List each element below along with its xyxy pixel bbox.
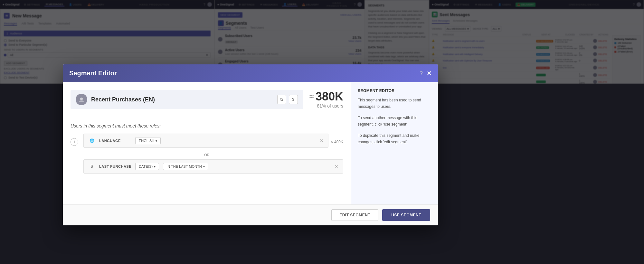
segment-name-input[interactable] xyxy=(91,96,273,103)
rule-field-lastpurchase: LAST PURCHASE xyxy=(99,165,131,168)
use-segment-button[interactable]: USE SEGMENT xyxy=(382,209,430,221)
globe-icon: 🌐 xyxy=(88,137,95,144)
segment-copy-button[interactable]: ⧉ xyxy=(277,95,286,104)
dialog-sidebar: SEGMENT EDITOR This segment has been use… xyxy=(351,82,438,204)
dialog-header: Segment Editor ? ✕ xyxy=(63,64,438,82)
dialog-footer: EDIT SEGMENT USE SEGMENT xyxy=(63,204,438,225)
rule-operator-language[interactable]: ENGLISH xyxy=(135,137,161,144)
rules-label: Users in this segment must meet these ru… xyxy=(71,123,343,128)
rule-value-lastmonth[interactable]: IN THE LAST MONTH xyxy=(163,163,208,170)
rule-field-language: LANGUAGE xyxy=(99,139,131,143)
users-count-number: 380K xyxy=(316,90,343,103)
dialog-close-button[interactable]: ✕ xyxy=(427,70,431,77)
rule-remove-lastpurchase[interactable]: ✕ xyxy=(335,164,338,169)
sidebar-para3: To duplicate this segment and make chang… xyxy=(358,132,431,146)
svg-point-1 xyxy=(79,100,84,102)
rule-remove-language[interactable]: ✕ xyxy=(320,138,324,143)
approx-sign: ≈ xyxy=(309,92,314,101)
rule-language: 🌐 LANGUAGE ENGLISH ✕ xyxy=(83,134,328,148)
or-divider: OR xyxy=(71,153,343,157)
segment-editor-dialog: Segment Editor ? ✕ xyxy=(63,64,438,225)
rule-operator-dates[interactable]: DATE(S) xyxy=(135,163,159,170)
dollar-icon: $ xyxy=(88,163,95,170)
rule1-count: ≈ 409K xyxy=(331,140,343,144)
edit-segment-button[interactable]: EDIT SEGMENT xyxy=(331,209,378,221)
segment-name-row: ⧉ $ xyxy=(71,90,303,109)
segment-avatar xyxy=(76,94,87,105)
users-count-pct: 81% of users xyxy=(309,103,343,108)
add-filter-button[interactable]: + xyxy=(71,138,78,146)
sidebar-title: SEGMENT EDITOR xyxy=(358,89,431,93)
rule-lastpurchase: $ LAST PURCHASE DATE(S) IN THE LAST MONT… xyxy=(83,159,343,174)
sidebar-para2: To send another message with this segmen… xyxy=(358,115,431,128)
dialog-title: Segment Editor xyxy=(69,70,117,77)
sidebar-para1: This segment has been used to send messa… xyxy=(358,97,431,110)
svg-point-0 xyxy=(80,98,83,100)
users-count-section: ≈ 380K 81% of users xyxy=(309,90,343,108)
segment-dollar-button[interactable]: $ xyxy=(289,95,298,104)
dialog-help-icon[interactable]: ? xyxy=(420,71,423,76)
